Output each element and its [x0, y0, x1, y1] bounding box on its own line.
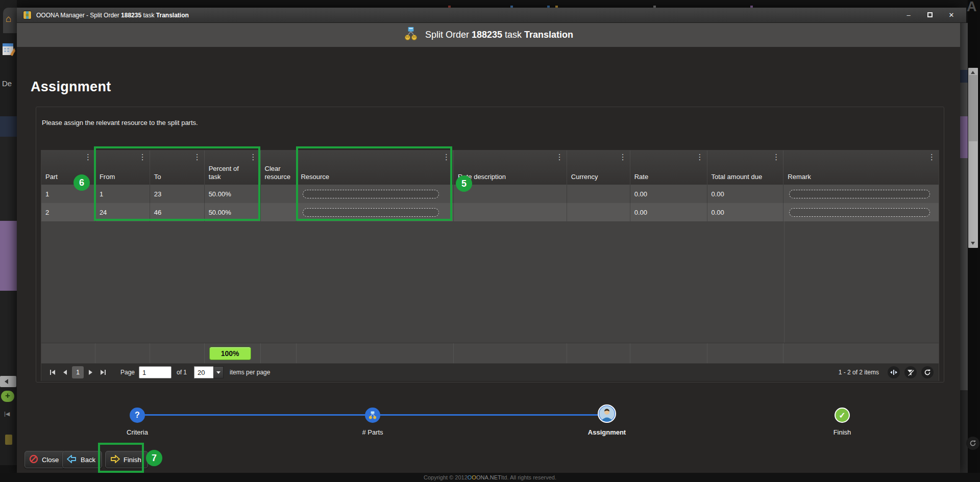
background-purple-row: [0, 221, 17, 291]
annotation-circle-7: 7: [146, 450, 162, 466]
copyright-bar: Copyright © 2012 OOONA.NET ltd. All righ…: [0, 473, 980, 482]
cell-remark: [783, 185, 939, 203]
background-logo-letter: A: [967, 0, 977, 15]
split-icon: [365, 408, 380, 423]
background-rows: [0, 291, 17, 376]
collapse-left-button[interactable]: [0, 376, 16, 387]
cancel-icon: [29, 454, 38, 465]
column-menu-icon[interactable]: ⋮: [84, 153, 92, 162]
column-header-remark[interactable]: ⋮ Remark: [783, 150, 939, 185]
split-order-icon: [404, 27, 418, 43]
cell-rate: 0.00: [630, 185, 707, 203]
close-button[interactable]: Close: [24, 451, 65, 468]
page-title: Assignment: [31, 79, 111, 95]
calendar-icon: [2, 41, 15, 59]
background-selected-row: [0, 116, 17, 137]
wizard-step-finish[interactable]: ✓ Finish: [833, 406, 851, 424]
column-menu-icon[interactable]: ⋮: [619, 153, 627, 162]
wizard-title: Split Order 188235 task Translation: [425, 30, 573, 40]
grid-footer-row: 100%: [41, 343, 939, 363]
background-right-selected-row: [960, 70, 968, 83]
column-menu-icon[interactable]: ⋮: [772, 153, 780, 162]
grid-pager: 1 Page of 1 20 items per page 1 - 2 of 2…: [41, 363, 939, 381]
cell-rate-description: [453, 203, 567, 221]
wizard-header: Split Order 188235 task Translation: [17, 23, 960, 47]
dialog-title: OOONA Manager - Split Order 188235 task …: [36, 12, 189, 19]
page-number-input[interactable]: [139, 366, 172, 378]
page-of-label: of 1: [177, 369, 187, 376]
previous-page-button[interactable]: [59, 366, 71, 378]
clear-filter-button[interactable]: [904, 366, 917, 378]
cell-total: 0.00: [707, 185, 783, 203]
cell-currency: [567, 203, 630, 221]
next-page-button[interactable]: [85, 366, 97, 378]
scroll-down-icon[interactable]: [971, 242, 975, 245]
current-page-button[interactable]: 1: [72, 366, 84, 378]
instruction-text: Please assign the relevant resource to t…: [42, 119, 198, 126]
annotation-circle-6: 6: [74, 174, 90, 191]
fit-columns-button[interactable]: [888, 366, 900, 378]
cell-rate: 0.00: [630, 203, 707, 221]
remark-input[interactable]: [789, 208, 930, 217]
minimize-button[interactable]: –: [903, 11, 914, 19]
column-menu-icon[interactable]: ⋮: [696, 153, 704, 162]
background-right-purple-row: [960, 116, 968, 158]
wizard-step-criteria[interactable]: ? Criteria: [128, 406, 146, 424]
first-page-button[interactable]: [46, 366, 59, 378]
cell-currency: [567, 185, 630, 203]
close-window-button[interactable]: ✕: [946, 11, 957, 19]
background-rows: [0, 137, 17, 221]
column-header-rate[interactable]: ⋮ Rate: [630, 150, 707, 185]
screen: ⌂ De + |◀ A OOONA Manager - Split Order …: [0, 0, 980, 482]
background-right-dark: [960, 390, 968, 473]
annotation-rect-finish-button: [98, 443, 144, 473]
add-button[interactable]: +: [1, 391, 14, 402]
column-header-total-amount-due[interactable]: ⋮ Total amount due: [707, 150, 783, 185]
dialog-title-bar: OOONA Manager - Split Order 188235 task …: [17, 8, 966, 23]
annotation-rect-range-columns: [94, 146, 260, 221]
background-refresh-button[interactable]: [966, 437, 979, 450]
background-icon-fragment: [5, 435, 12, 445]
items-range-label: 1 - 2 of 2 items: [839, 369, 879, 376]
annotation-rect-resource-column: [296, 146, 452, 221]
scroll-up-icon[interactable]: [971, 71, 975, 74]
percent-total-badge: 100%: [209, 347, 251, 360]
page-size-select[interactable]: 20: [194, 366, 224, 378]
scrollbar-thumb[interactable]: [969, 75, 977, 141]
question-icon: ?: [130, 408, 145, 423]
vertical-scrollbar[interactable]: [968, 68, 978, 248]
refresh-button[interactable]: [921, 366, 934, 378]
home-icon: ⌂: [6, 13, 11, 24]
arrow-left-icon: [67, 455, 77, 465]
cell-remark: [783, 203, 939, 221]
cell-part: 2: [41, 203, 95, 221]
cell-clear-resource[interactable]: [260, 185, 297, 203]
column-header-clear-resource[interactable]: Clear resource: [260, 150, 297, 185]
last-page-button[interactable]: [97, 366, 109, 378]
page-label: Page: [120, 369, 135, 376]
cell-total: 0.00: [707, 203, 783, 221]
column-menu-icon[interactable]: ⋮: [928, 153, 936, 162]
cell-clear-resource[interactable]: [260, 203, 297, 221]
skip-start-icon[interactable]: |◀: [4, 411, 10, 417]
maximize-button[interactable]: [924, 11, 936, 19]
items-per-page-label: items per page: [230, 369, 270, 376]
back-button[interactable]: Back: [62, 451, 102, 468]
chevron-down-icon[interactable]: [213, 366, 224, 378]
person-icon: [598, 404, 616, 423]
column-header-currency[interactable]: ⋮ Currency: [567, 150, 630, 185]
column-menu-icon[interactable]: ⋮: [556, 153, 564, 162]
background-partial-label: De: [2, 79, 12, 88]
maximize-icon: [927, 12, 933, 17]
annotation-circle-5: 5: [456, 175, 472, 192]
grid-empty-area: [41, 221, 939, 343]
remark-input[interactable]: [789, 190, 930, 198]
wizard-step-assignment[interactable]: Assignment: [598, 404, 616, 423]
wizard-step-parts[interactable]: # Parts: [363, 406, 382, 424]
ooona-logo-icon: [23, 11, 32, 19]
check-icon: ✓: [835, 408, 850, 423]
